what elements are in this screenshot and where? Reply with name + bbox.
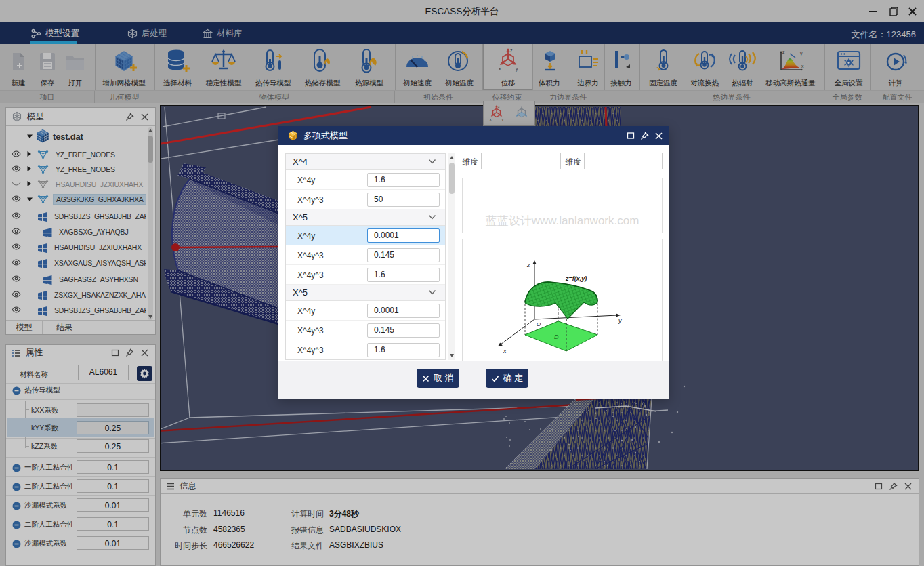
svg-text:O: O (537, 321, 541, 327)
svg-text:D: D (554, 333, 559, 340)
svg-text:z=f(x,y): z=f(x,y) (565, 275, 587, 282)
svg-text:x: x (503, 348, 507, 355)
svg-text:z: z (526, 262, 530, 268)
svg-text:y: y (618, 317, 622, 324)
